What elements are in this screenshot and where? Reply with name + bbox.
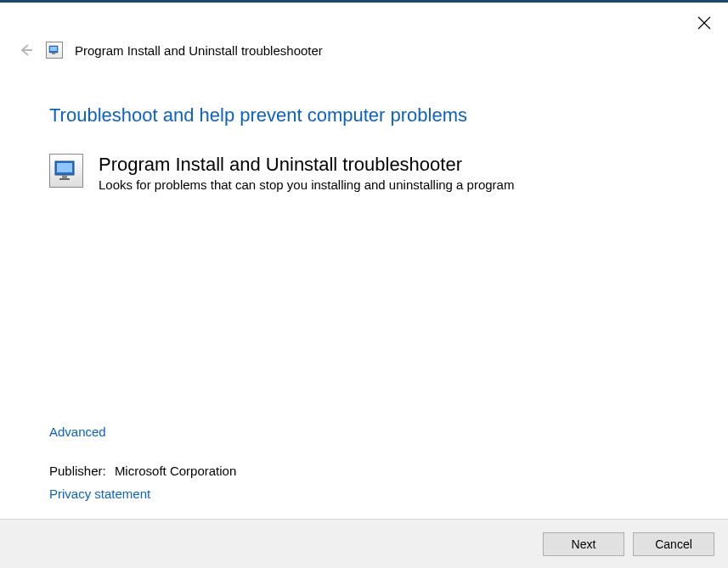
publisher-row: Publisher: Microsoft Corporation [49,464,679,478]
privacy-statement-link[interactable]: Privacy statement [49,486,150,501]
svg-rect-9 [59,178,70,180]
troubleshooter-window: Program Install and Uninstall troublesho… [0,3,728,568]
svg-rect-8 [62,175,67,178]
svg-rect-7 [57,163,72,172]
content-area: Troubleshoot and help prevent computer p… [0,64,728,519]
footer: Next Cancel [0,519,728,568]
header-title: Program Install and Uninstall troublesho… [75,43,323,58]
main-heading: Troubleshoot and help prevent computer p… [49,104,679,127]
close-icon [697,16,711,30]
back-arrow-icon [18,42,33,58]
advanced-link[interactable]: Advanced [49,425,106,439]
svg-rect-4 [50,47,57,51]
close-button[interactable] [691,9,718,37]
cancel-button[interactable]: Cancel [633,532,714,556]
troubleshooter-small-icon [46,42,63,59]
back-button[interactable] [17,42,34,59]
publisher-label: Publisher: [49,464,106,478]
header-row: Program Install and Uninstall troublesho… [0,37,728,64]
program-text: Program Install and Uninstall troublesho… [99,154,514,192]
titlebar [0,3,728,37]
bottom-links: Advanced Publisher: Microsoft Corporatio… [49,425,679,502]
publisher-value: Microsoft Corporation [115,464,236,478]
troubleshooter-large-icon [49,154,83,188]
svg-rect-5 [52,53,55,54]
program-title: Program Install and Uninstall troublesho… [99,154,514,176]
program-block: Program Install and Uninstall troublesho… [49,154,679,192]
next-button[interactable]: Next [543,532,624,556]
program-description: Looks for problems that can stop you ins… [99,177,514,192]
